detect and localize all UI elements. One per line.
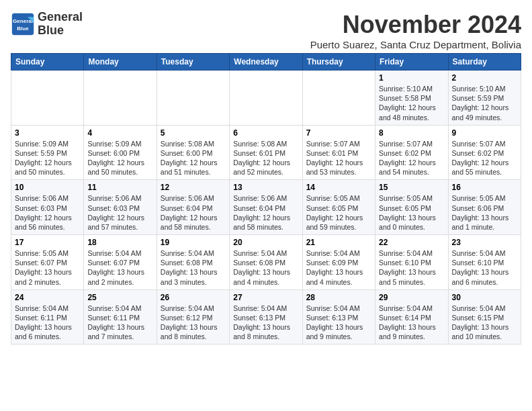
day-number: 25 bbox=[87, 293, 152, 302]
day-info: Sunrise: 5:07 AM Sunset: 6:02 PM Dayligh… bbox=[379, 139, 444, 177]
day-info: Sunrise: 5:06 AM Sunset: 6:03 PM Dayligh… bbox=[15, 193, 80, 232]
day-number: 22 bbox=[379, 238, 444, 247]
calendar-cell: 22Sunrise: 5:04 AM Sunset: 6:10 PM Dayli… bbox=[375, 235, 448, 290]
day-info: Sunrise: 5:06 AM Sunset: 6:03 PM Dayligh… bbox=[87, 193, 152, 232]
calendar-body: 1Sunrise: 5:10 AM Sunset: 5:58 PM Daylig… bbox=[11, 71, 521, 345]
day-info: Sunrise: 5:08 AM Sunset: 6:01 PM Dayligh… bbox=[233, 139, 298, 177]
day-number: 7 bbox=[306, 128, 371, 138]
calendar-table: SundayMondayTuesdayWednesdayThursdayFrid… bbox=[11, 53, 521, 345]
weekday-header-thursday: Thursday bbox=[302, 54, 375, 71]
day-number: 19 bbox=[161, 238, 226, 247]
page-header: General Blue General Blue November 2024 … bbox=[11, 11, 521, 50]
calendar-cell: 2Sunrise: 5:10 AM Sunset: 5:59 PM Daylig… bbox=[448, 71, 521, 126]
calendar-cell: 12Sunrise: 5:06 AM Sunset: 6:04 PM Dayli… bbox=[157, 180, 229, 235]
calendar-cell: 16Sunrise: 5:05 AM Sunset: 6:06 PM Dayli… bbox=[448, 180, 521, 235]
day-number: 30 bbox=[452, 293, 517, 302]
calendar-cell: 26Sunrise: 5:04 AM Sunset: 6:12 PM Dayli… bbox=[157, 289, 229, 345]
day-info: Sunrise: 5:05 AM Sunset: 6:05 PM Dayligh… bbox=[379, 193, 444, 232]
day-info: Sunrise: 5:09 AM Sunset: 6:00 PM Dayligh… bbox=[87, 139, 152, 177]
day-info: Sunrise: 5:04 AM Sunset: 6:13 PM Dayligh… bbox=[233, 304, 298, 342]
calendar-cell: 8Sunrise: 5:07 AM Sunset: 6:02 PM Daylig… bbox=[375, 125, 448, 180]
month-title: November 2024 bbox=[310, 11, 521, 39]
day-number: 1 bbox=[379, 73, 444, 83]
calendar-cell: 19Sunrise: 5:04 AM Sunset: 6:08 PM Dayli… bbox=[157, 235, 229, 290]
day-number: 21 bbox=[306, 238, 371, 247]
calendar-week-1: 1Sunrise: 5:10 AM Sunset: 5:58 PM Daylig… bbox=[11, 71, 521, 126]
calendar-cell: 23Sunrise: 5:04 AM Sunset: 6:10 PM Dayli… bbox=[448, 235, 521, 290]
day-number: 29 bbox=[379, 293, 444, 302]
day-info: Sunrise: 5:07 AM Sunset: 6:01 PM Dayligh… bbox=[306, 139, 371, 177]
calendar-cell: 4Sunrise: 5:09 AM Sunset: 6:00 PM Daylig… bbox=[84, 125, 157, 180]
calendar-week-3: 10Sunrise: 5:06 AM Sunset: 6:03 PM Dayli… bbox=[11, 180, 521, 235]
day-info: Sunrise: 5:06 AM Sunset: 6:04 PM Dayligh… bbox=[233, 193, 298, 232]
calendar-week-2: 3Sunrise: 5:09 AM Sunset: 5:59 PM Daylig… bbox=[11, 125, 521, 180]
day-info: Sunrise: 5:06 AM Sunset: 6:04 PM Dayligh… bbox=[161, 193, 226, 232]
day-number: 9 bbox=[452, 128, 517, 138]
calendar-cell bbox=[230, 71, 302, 126]
day-info: Sunrise: 5:07 AM Sunset: 6:02 PM Dayligh… bbox=[452, 139, 517, 177]
calendar-cell: 15Sunrise: 5:05 AM Sunset: 6:05 PM Dayli… bbox=[375, 180, 448, 235]
calendar-cell: 28Sunrise: 5:04 AM Sunset: 6:13 PM Dayli… bbox=[302, 289, 375, 345]
svg-text:Blue: Blue bbox=[17, 26, 29, 32]
calendar-cell: 5Sunrise: 5:08 AM Sunset: 6:00 PM Daylig… bbox=[157, 125, 229, 180]
logo-text: General Blue bbox=[38, 11, 83, 38]
day-info: Sunrise: 5:09 AM Sunset: 5:59 PM Dayligh… bbox=[15, 139, 80, 177]
day-info: Sunrise: 5:05 AM Sunset: 6:07 PM Dayligh… bbox=[15, 248, 80, 287]
day-number: 13 bbox=[233, 183, 298, 192]
day-number: 12 bbox=[161, 183, 226, 192]
calendar-week-4: 17Sunrise: 5:05 AM Sunset: 6:07 PM Dayli… bbox=[11, 235, 521, 290]
weekday-header-wednesday: Wednesday bbox=[230, 54, 302, 71]
day-info: Sunrise: 5:04 AM Sunset: 6:08 PM Dayligh… bbox=[161, 248, 226, 287]
day-number: 6 bbox=[233, 128, 298, 138]
weekday-header-sunday: Sunday bbox=[11, 54, 84, 71]
day-info: Sunrise: 5:04 AM Sunset: 6:11 PM Dayligh… bbox=[15, 304, 80, 342]
calendar-header: SundayMondayTuesdayWednesdayThursdayFrid… bbox=[11, 54, 521, 71]
weekday-header-friday: Friday bbox=[375, 54, 448, 71]
day-number: 27 bbox=[233, 293, 298, 302]
day-number: 5 bbox=[161, 128, 226, 138]
calendar-cell: 9Sunrise: 5:07 AM Sunset: 6:02 PM Daylig… bbox=[448, 125, 521, 180]
calendar-cell: 30Sunrise: 5:04 AM Sunset: 6:15 PM Dayli… bbox=[448, 289, 521, 345]
calendar-cell: 20Sunrise: 5:04 AM Sunset: 6:08 PM Dayli… bbox=[230, 235, 302, 290]
calendar-cell: 1Sunrise: 5:10 AM Sunset: 5:58 PM Daylig… bbox=[375, 71, 448, 126]
title-area: November 2024 Puerto Suarez, Santa Cruz … bbox=[310, 11, 521, 50]
day-info: Sunrise: 5:05 AM Sunset: 6:05 PM Dayligh… bbox=[306, 193, 371, 232]
day-info: Sunrise: 5:10 AM Sunset: 5:58 PM Dayligh… bbox=[379, 84, 444, 122]
calendar-cell: 27Sunrise: 5:04 AM Sunset: 6:13 PM Dayli… bbox=[230, 289, 302, 345]
day-number: 18 bbox=[87, 238, 152, 247]
day-info: Sunrise: 5:04 AM Sunset: 6:13 PM Dayligh… bbox=[306, 304, 371, 342]
day-info: Sunrise: 5:04 AM Sunset: 6:09 PM Dayligh… bbox=[306, 248, 371, 287]
logo-icon: General Blue bbox=[11, 12, 35, 36]
day-info: Sunrise: 5:04 AM Sunset: 6:15 PM Dayligh… bbox=[452, 304, 517, 342]
day-info: Sunrise: 5:04 AM Sunset: 6:08 PM Dayligh… bbox=[233, 248, 298, 287]
day-number: 11 bbox=[87, 183, 152, 192]
day-number: 24 bbox=[15, 293, 80, 302]
calendar-cell: 14Sunrise: 5:05 AM Sunset: 6:05 PM Dayli… bbox=[302, 180, 375, 235]
day-number: 4 bbox=[87, 128, 152, 138]
day-info: Sunrise: 5:04 AM Sunset: 6:14 PM Dayligh… bbox=[379, 304, 444, 342]
day-number: 15 bbox=[379, 183, 444, 192]
day-info: Sunrise: 5:04 AM Sunset: 6:07 PM Dayligh… bbox=[87, 248, 152, 287]
svg-text:General: General bbox=[13, 18, 33, 24]
day-number: 10 bbox=[15, 183, 80, 192]
logo: General Blue General Blue bbox=[11, 11, 83, 38]
day-number: 2 bbox=[452, 73, 517, 83]
calendar-cell: 17Sunrise: 5:05 AM Sunset: 6:07 PM Dayli… bbox=[11, 235, 84, 290]
day-info: Sunrise: 5:04 AM Sunset: 6:10 PM Dayligh… bbox=[452, 248, 517, 287]
calendar-cell bbox=[84, 71, 157, 126]
day-info: Sunrise: 5:04 AM Sunset: 6:12 PM Dayligh… bbox=[161, 304, 226, 342]
weekday-header-tuesday: Tuesday bbox=[157, 54, 229, 71]
day-number: 28 bbox=[306, 293, 371, 302]
calendar-cell bbox=[302, 71, 375, 126]
calendar-cell: 7Sunrise: 5:07 AM Sunset: 6:01 PM Daylig… bbox=[302, 125, 375, 180]
day-number: 8 bbox=[379, 128, 444, 138]
calendar-cell bbox=[157, 71, 229, 126]
calendar-cell: 25Sunrise: 5:04 AM Sunset: 6:11 PM Dayli… bbox=[84, 289, 157, 345]
calendar-cell: 21Sunrise: 5:04 AM Sunset: 6:09 PM Dayli… bbox=[302, 235, 375, 290]
calendar-cell: 6Sunrise: 5:08 AM Sunset: 6:01 PM Daylig… bbox=[230, 125, 302, 180]
location-subtitle: Puerto Suarez, Santa Cruz Department, Bo… bbox=[310, 39, 521, 50]
calendar-cell: 10Sunrise: 5:06 AM Sunset: 6:03 PM Dayli… bbox=[11, 180, 84, 235]
day-info: Sunrise: 5:04 AM Sunset: 6:10 PM Dayligh… bbox=[379, 248, 444, 287]
day-info: Sunrise: 5:10 AM Sunset: 5:59 PM Dayligh… bbox=[452, 84, 517, 122]
day-number: 14 bbox=[306, 183, 371, 192]
